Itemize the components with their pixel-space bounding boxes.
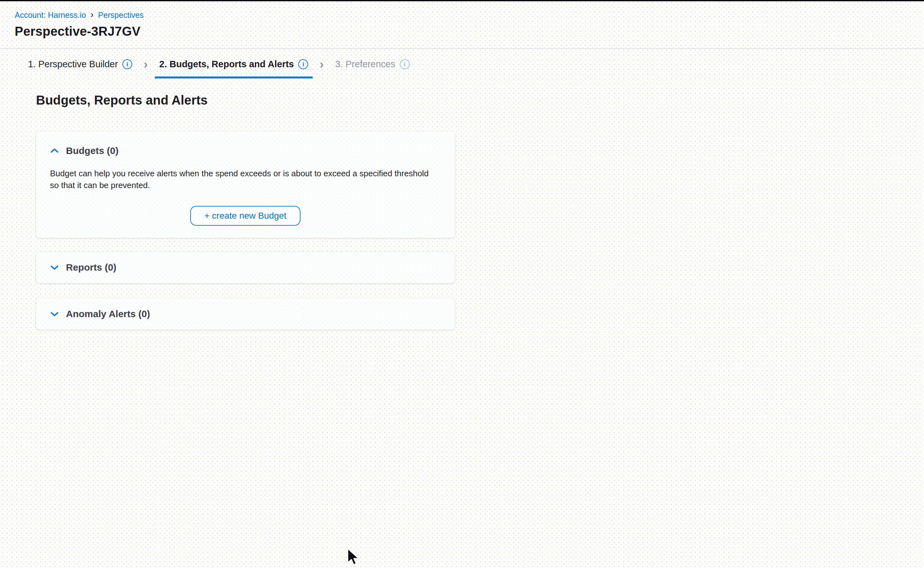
anomaly-alerts-card: Anomaly Alerts (0) <box>36 298 455 329</box>
chevron-right-icon: › <box>144 58 148 71</box>
wizard-tabs: 1. Perspective Builder i › 2. Budgets, R… <box>0 49 924 79</box>
reports-title: Reports (0) <box>66 262 116 273</box>
tab-label: 3. Preferences <box>335 59 395 69</box>
info-icon[interactable]: i <box>400 59 410 69</box>
info-icon[interactable]: i <box>298 59 308 69</box>
reports-card: Reports (0) <box>36 252 455 283</box>
budgets-description: Budget can help you receive alerts when … <box>50 168 437 191</box>
chevron-right-icon: › <box>320 58 324 71</box>
chevron-down-icon <box>50 264 59 270</box>
breadcrumb-account-link[interactable]: Account: Harness.io <box>15 11 86 20</box>
tab-label: 1. Perspective Builder <box>28 59 118 69</box>
create-new-budget-button[interactable]: + create new Budget <box>190 206 300 226</box>
reports-collapse-toggle[interactable]: Reports (0) <box>50 262 441 273</box>
page-header: Account: Harness.io › Perspectives Persp… <box>0 1 924 49</box>
section-heading: Budgets, Reports and Alerts <box>36 93 455 107</box>
mouse-cursor-icon <box>346 548 360 566</box>
breadcrumb-separator-icon: › <box>90 9 93 20</box>
breadcrumb-perspectives-link[interactable]: Perspectives <box>98 11 144 20</box>
main-content: Budgets, Reports and Alerts Budgets (0) … <box>36 93 455 329</box>
tab-budgets-reports-alerts[interactable]: 2. Budgets, Reports and Alerts i <box>155 58 313 79</box>
anomaly-alerts-collapse-toggle[interactable]: Anomaly Alerts (0) <box>50 308 441 319</box>
tab-preferences[interactable]: 3. Preferences i <box>331 58 414 79</box>
chevron-down-icon <box>50 311 59 317</box>
anomaly-alerts-title: Anomaly Alerts (0) <box>66 308 150 319</box>
budgets-title: Budgets (0) <box>66 145 119 156</box>
tab-perspective-builder[interactable]: 1. Perspective Builder i <box>24 58 137 79</box>
breadcrumb: Account: Harness.io › Perspectives <box>15 9 909 20</box>
page: { "colors": { "accent": "#0278d5", "titl… <box>0 0 924 568</box>
budgets-card: Budgets (0) Budget can help you receive … <box>36 131 455 238</box>
info-icon[interactable]: i <box>122 59 132 69</box>
budgets-collapse-toggle[interactable]: Budgets (0) <box>50 145 441 156</box>
page-title: Perspective-3RJ7GV <box>15 24 909 39</box>
tab-label: 2. Budgets, Reports and Alerts <box>159 59 294 69</box>
chevron-up-icon <box>50 148 59 154</box>
